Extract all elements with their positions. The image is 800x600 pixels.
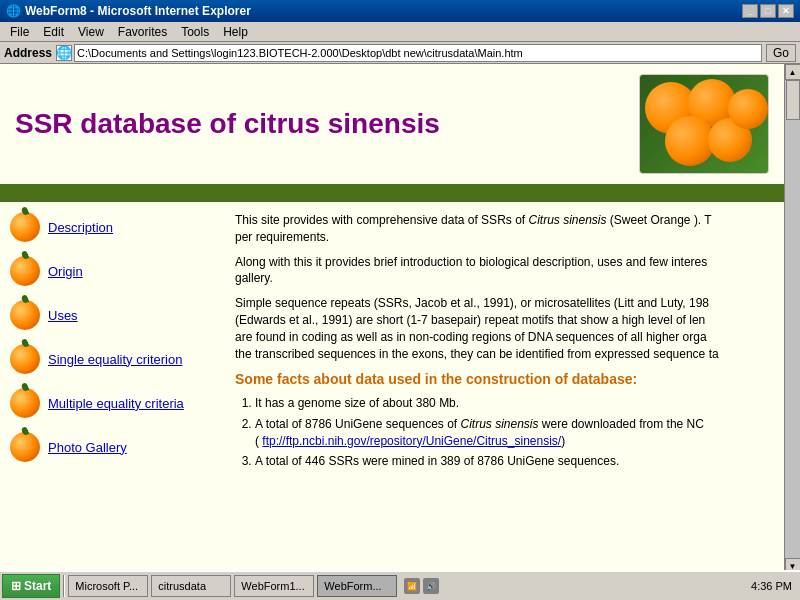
- menu-file[interactable]: File: [4, 24, 35, 40]
- window-title: WebForm8 - Microsoft Internet Explorer: [25, 4, 251, 18]
- title-left: 🌐 WebForm8 - Microsoft Internet Explorer: [6, 4, 251, 18]
- scrollbar[interactable]: ▲ ▼: [784, 64, 800, 574]
- nav-item-uses: Uses: [10, 300, 220, 330]
- close-button[interactable]: ✕: [778, 4, 794, 18]
- maximize-button[interactable]: □: [760, 4, 776, 18]
- fact-2-suffix: were downloaded from the NC: [539, 417, 704, 431]
- scrollbar-track[interactable]: [785, 80, 800, 558]
- fact-1: It has a genome size of about 380 Mb.: [255, 395, 776, 412]
- ssr-text-1: Simple sequence repeats (SSRs, Jacob et …: [235, 296, 709, 310]
- citrus-image: [639, 74, 769, 174]
- intro-text-4: Along with this it provides brief introd…: [235, 255, 707, 269]
- intro-species-1: Citrus sinensis: [528, 213, 606, 227]
- menu-view[interactable]: View: [72, 24, 110, 40]
- ssr-text-3: are found in coding as well as in non-co…: [235, 330, 707, 344]
- menu-help[interactable]: Help: [217, 24, 254, 40]
- ssr-paragraph: Simple sequence repeats (SSRs, Jacob et …: [235, 295, 776, 362]
- taskbar: ⊞ Start Microsoft P... citrusdata WebFor…: [0, 570, 800, 600]
- taskbar-clock: 4:36 PM: [745, 580, 798, 592]
- taskbar-item-3[interactable]: WebForm...: [317, 575, 397, 597]
- intro-text-2: (Sweet Orange ). T: [607, 213, 712, 227]
- nav-icon-multiple: [10, 388, 40, 418]
- page-icon: 🌐: [56, 45, 72, 61]
- intro-text-1: This site provides with comprehensive da…: [235, 213, 528, 227]
- intro-paragraph-1: This site provides with comprehensive da…: [235, 212, 776, 246]
- nav-item-single: Single equality criterion: [10, 344, 220, 374]
- tray-icon-2: 🔊: [423, 578, 439, 594]
- address-label: Address: [4, 46, 52, 60]
- left-nav: Description Origin Uses Single equality …: [10, 212, 220, 476]
- nav-link-multiple[interactable]: Multiple equality criteria: [48, 396, 184, 411]
- intro-text-5: gallery.: [235, 271, 273, 285]
- scrollbar-thumb[interactable]: [786, 80, 800, 120]
- fact-2-species: Citrus sinensis: [460, 417, 538, 431]
- scroll-up-button[interactable]: ▲: [785, 64, 801, 80]
- orange-5: [728, 89, 768, 129]
- menu-edit[interactable]: Edit: [37, 24, 70, 40]
- title-bar: 🌐 WebForm8 - Microsoft Internet Explorer…: [0, 0, 800, 22]
- ssr-text-4: the transcribed sequences in the exons, …: [235, 347, 719, 361]
- nav-icon-uses: [10, 300, 40, 330]
- menu-bar: File Edit View Favorites Tools Help: [0, 22, 800, 42]
- nav-link-single[interactable]: Single equality criterion: [48, 352, 182, 367]
- nav-item-multiple: Multiple equality criteria: [10, 388, 220, 418]
- start-button[interactable]: ⊞ Start: [2, 574, 60, 598]
- fact-2: A total of 8786 UniGene sequences of Cit…: [255, 416, 776, 450]
- nav-item-description: Description: [10, 212, 220, 242]
- browser-icon: 🌐: [6, 4, 21, 18]
- start-label: Start: [24, 579, 51, 593]
- nav-item-origin: Origin: [10, 256, 220, 286]
- start-icon: ⊞: [11, 579, 21, 593]
- page-content: SSR database of citrus sinensis: [0, 64, 784, 574]
- address-input[interactable]: [74, 44, 762, 62]
- fact-3: A total of 446 SSRs were mined in 389 of…: [255, 453, 776, 470]
- tray-icon-1: 📶: [404, 578, 420, 594]
- nav-icon-description: [10, 212, 40, 242]
- taskbar-item-1[interactable]: citrusdata: [151, 575, 231, 597]
- green-divider: [0, 184, 784, 202]
- nav-icon-gallery: [10, 432, 40, 462]
- nav-link-description[interactable]: Description: [48, 220, 113, 235]
- ssr-text-2: (Edwards et al., 1991) are short (1-7 ba…: [235, 313, 705, 327]
- intro-text-3: per requirements.: [235, 230, 329, 244]
- taskbar-item-2[interactable]: WebForm1...: [234, 575, 314, 597]
- nav-item-gallery: Photo Gallery: [10, 432, 220, 462]
- facts-list: It has a genome size of about 380 Mb. A …: [235, 395, 776, 470]
- taskbar-separator: [63, 575, 65, 597]
- window-controls[interactable]: _ □ ✕: [742, 4, 794, 18]
- go-button[interactable]: Go: [766, 44, 796, 62]
- intro-paragraph-2: Along with this it provides brief introd…: [235, 254, 776, 288]
- address-bar: Address 🌐 Go: [0, 42, 800, 64]
- nav-link-gallery[interactable]: Photo Gallery: [48, 440, 127, 455]
- header: SSR database of citrus sinensis: [0, 64, 784, 184]
- nav-link-origin[interactable]: Origin: [48, 264, 83, 279]
- nav-icon-single: [10, 344, 40, 374]
- fact-2-close: ): [561, 434, 565, 448]
- facts-heading: Some facts about data used in the constr…: [235, 370, 776, 390]
- nav-icon-origin: [10, 256, 40, 286]
- nav-link-uses[interactable]: Uses: [48, 308, 78, 323]
- fruit-art: [640, 74, 768, 174]
- menu-favorites[interactable]: Favorites: [112, 24, 173, 40]
- taskbar-item-0[interactable]: Microsoft P...: [68, 575, 148, 597]
- taskbar-tray: 📶 🔊: [400, 578, 443, 594]
- fact-2-link[interactable]: ftp://ftp.ncbi.nih.gov/repository/UniGen…: [262, 434, 561, 448]
- minimize-button[interactable]: _: [742, 4, 758, 18]
- fact-2-prefix: A total of 8786 UniGene sequences of: [255, 417, 460, 431]
- address-input-wrap: 🌐: [56, 44, 762, 62]
- page-title: SSR database of citrus sinensis: [15, 108, 440, 140]
- content-wrapper: SSR database of citrus sinensis: [0, 64, 800, 574]
- menu-tools[interactable]: Tools: [175, 24, 215, 40]
- right-content: This site provides with comprehensive da…: [220, 212, 784, 476]
- main-layout: Description Origin Uses Single equality …: [0, 212, 784, 476]
